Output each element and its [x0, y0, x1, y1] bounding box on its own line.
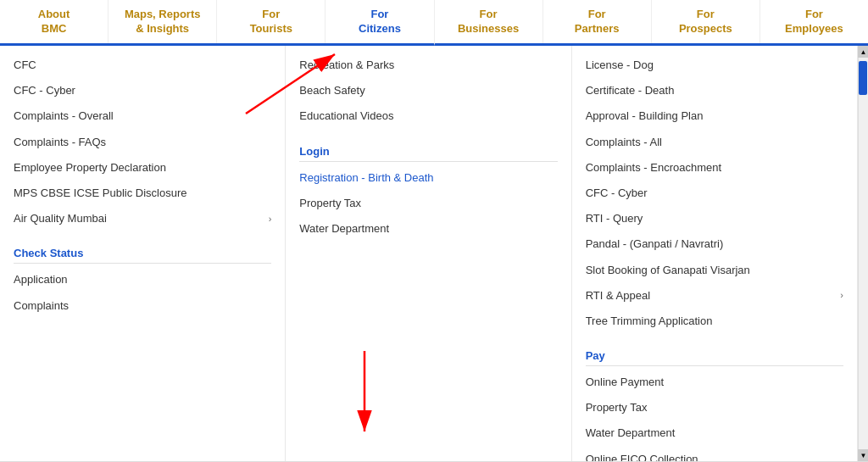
nav-item-maps-reports[interactable]: Maps, Reports & Insights — [108, 0, 217, 43]
chevron-right-icon: › — [269, 213, 272, 225]
menu-item-certificate-death[interactable]: Certificate - Death — [586, 78, 843, 103]
menu-item-air-quality[interactable]: Air Quality Mumbai› — [14, 206, 271, 231]
menu-item-property-tax[interactable]: Property Tax — [299, 191, 557, 216]
col1: CFCCFC - CyberComplaints - OverallCompla… — [0, 46, 286, 461]
menu-item-complaints-encroachment[interactable]: Complaints - Encroachment — [586, 155, 843, 181]
menu-item-complaints-all[interactable]: Complaints - All — [586, 130, 843, 155]
menu-item-pandal[interactable]: Pandal - (Ganpati / Navratri) — [586, 231, 843, 257]
menu-item-application[interactable]: Application — [14, 267, 271, 292]
nav-item-for-prospects[interactable]: For Prospects — [652, 0, 760, 43]
menu-item-cfc-cyber-2[interactable]: CFC - Cyber — [586, 181, 843, 206]
menu-item-complaints-faqs[interactable]: Complaints - FAQs — [14, 130, 271, 155]
menu-item-cfc-cyber[interactable]: CFC - Cyber — [14, 78, 271, 103]
dropdown-area: CFCCFC - CyberComplaints - OverallCompla… — [0, 46, 868, 462]
menu-item-slot-booking[interactable]: Slot Booking of Ganapati Visarjan — [586, 258, 843, 283]
scrollbar[interactable]: ▲ ▼ — [858, 46, 868, 461]
scrollbar-down-button[interactable]: ▼ — [858, 449, 868, 461]
nav-item-for-employees[interactable]: For Employees — [760, 0, 868, 43]
menu-item-tree-trimming[interactable]: Tree Trimming Application — [586, 309, 843, 334]
section-header-check-status: Check Status — [14, 247, 271, 264]
menu-item-educational-videos[interactable]: Educational Videos — [299, 103, 557, 129]
menu-item-recreation-parks[interactable]: Recreation & Parks — [299, 53, 557, 78]
menu-item-online-payment[interactable]: Online Payment — [586, 370, 843, 395]
menu-item-complaints-overall[interactable]: Complaints - Overall — [14, 103, 271, 129]
menu-item-water-department[interactable]: Water Department — [299, 216, 557, 242]
menu-item-employee-property[interactable]: Employee Property Declaration — [14, 155, 271, 181]
menu-item-rti-appeal[interactable]: RTI & Appeal› — [586, 283, 843, 309]
section-header-pay: Pay — [586, 349, 843, 366]
menu-item-online-fico[interactable]: Online FICO Collection — [586, 447, 843, 462]
menu-item-complaints[interactable]: Complaints — [14, 293, 271, 319]
nav-item-for-businesses[interactable]: For Businesses — [435, 0, 543, 43]
col2: Recreation & ParksBeach SafetyEducationa… — [286, 46, 571, 461]
menu-item-water-department-pay[interactable]: Water Department — [586, 420, 843, 446]
menu-item-rti-query[interactable]: RTI - Query — [586, 206, 843, 231]
chevron-right-icon: › — [840, 289, 843, 302]
top-nav: About BMCMaps, Reports & InsightsFor Tou… — [0, 0, 868, 46]
nav-item-for-tourists[interactable]: For Tourists — [217, 0, 326, 43]
menu-item-approval-building-plan[interactable]: Approval - Building Plan — [586, 103, 843, 129]
scrollbar-up-button[interactable]: ▲ — [858, 46, 868, 58]
menu-item-registration-birth-death[interactable]: Registration - Birth & Death — [299, 165, 557, 191]
menu-item-property-tax-pay[interactable]: Property Tax — [586, 395, 843, 420]
nav-item-for-citizens[interactable]: For Citizens — [326, 0, 434, 46]
col3: License - DogCertificate - DeathApproval… — [572, 46, 858, 461]
scrollbar-thumb[interactable] — [859, 61, 867, 95]
menu-item-cfc[interactable]: CFC — [14, 53, 271, 78]
menu-item-mps-cbse[interactable]: MPS CBSE ICSE Public Disclosure — [14, 181, 271, 206]
menu-item-beach-safety[interactable]: Beach Safety — [299, 78, 557, 103]
menu-item-license-dog[interactable]: License - Dog — [586, 53, 843, 78]
section-header-login: Login — [299, 145, 557, 162]
nav-item-about-bmc[interactable]: About BMC — [0, 0, 108, 43]
nav-item-for-partners[interactable]: For Partners — [543, 0, 652, 43]
